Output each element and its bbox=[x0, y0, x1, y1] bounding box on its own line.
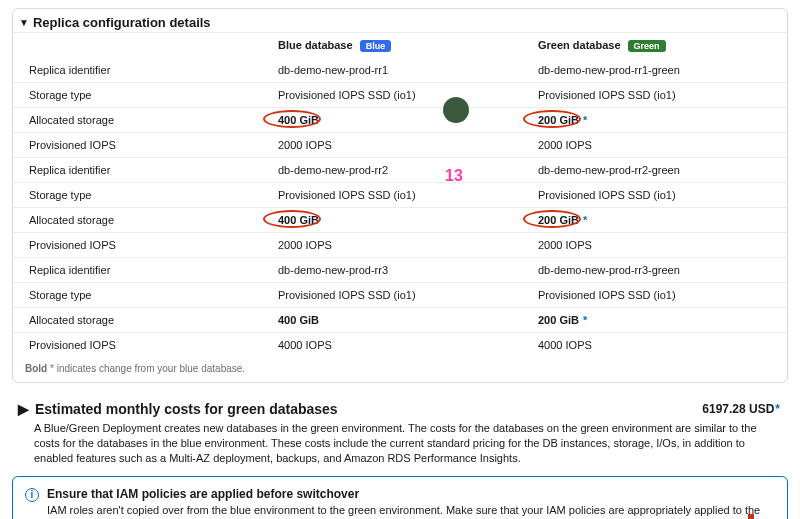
row-blue-value: Provisioned IOPS SSD (io1) bbox=[278, 189, 538, 201]
table-row: Replica identifierdb-demo-new-prod-rr3db… bbox=[13, 257, 787, 282]
table-row: Allocated storage400 GiB200 GiB * bbox=[13, 307, 787, 332]
table-row: Storage typeProvisioned IOPS SSD (io1)Pr… bbox=[13, 182, 787, 207]
row-label: Replica identifier bbox=[23, 164, 278, 176]
table-row: Provisioned IOPS2000 IOPS2000 IOPS bbox=[13, 132, 787, 157]
row-green-value: 200 GiB * bbox=[538, 214, 777, 226]
row-blue-value: 4000 IOPS bbox=[278, 339, 538, 351]
row-label: Allocated storage bbox=[23, 314, 278, 326]
blue-badge: Blue bbox=[360, 40, 392, 52]
row-label: Storage type bbox=[23, 189, 278, 201]
row-green-value: 2000 IOPS bbox=[538, 139, 777, 151]
green-db-header: Green database bbox=[538, 39, 621, 51]
row-blue-value: Provisioned IOPS SSD (io1) bbox=[278, 89, 538, 101]
info-icon: i bbox=[25, 488, 39, 502]
row-blue-value: 2000 IOPS bbox=[278, 239, 538, 251]
costs-title: Estimated monthly costs for green databa… bbox=[35, 401, 338, 417]
row-green-value: Provisioned IOPS SSD (io1) bbox=[538, 289, 777, 301]
replica-config-header[interactable]: ▼ Replica configuration details bbox=[13, 9, 787, 32]
row-label: Allocated storage bbox=[23, 114, 278, 126]
row-label: Provisioned IOPS bbox=[23, 339, 278, 351]
row-green-value: Provisioned IOPS SSD (io1) bbox=[538, 89, 777, 101]
iam-info-title: Ensure that IAM policies are applied bef… bbox=[47, 487, 775, 501]
costs-description: A Blue/Green Deployment creates new data… bbox=[12, 419, 788, 466]
row-green-value: db-demo-new-prod-rr3-green bbox=[538, 264, 777, 276]
row-label: Provisioned IOPS bbox=[23, 239, 278, 251]
row-blue-value: 2000 IOPS bbox=[278, 139, 538, 151]
row-label: Replica identifier bbox=[23, 264, 278, 276]
row-green-value: db-demo-new-prod-rr2-green bbox=[538, 164, 777, 176]
replica-table-header: Blue database Blue Green database Green bbox=[13, 32, 787, 58]
iam-info-text: IAM roles aren't copied over from the bl… bbox=[47, 503, 775, 519]
table-row: Provisioned IOPS2000 IOPS2000 IOPS bbox=[13, 232, 787, 257]
table-row: Provisioned IOPS4000 IOPS4000 IOPS bbox=[13, 332, 787, 357]
row-green-value: 4000 IOPS bbox=[538, 339, 777, 351]
table-row: Replica identifierdb-demo-new-prod-rr2db… bbox=[13, 157, 787, 182]
row-blue-value: 400 GiB bbox=[278, 214, 538, 226]
caret-right-icon: ▶ bbox=[18, 401, 29, 417]
costs-value: 6197.28 USD* bbox=[702, 402, 780, 416]
row-blue-value: 400 GiB bbox=[278, 314, 538, 326]
costs-header-toggle[interactable]: ▶ Estimated monthly costs for green data… bbox=[18, 401, 338, 417]
replica-config-title: Replica configuration details bbox=[33, 15, 211, 30]
table-row: Allocated storage400 GiB200 GiB * bbox=[13, 207, 787, 232]
table-row: Storage typeProvisioned IOPS SSD (io1)Pr… bbox=[13, 282, 787, 307]
row-label: Provisioned IOPS bbox=[23, 139, 278, 151]
row-green-value: 200 GiB * bbox=[538, 114, 777, 126]
table-row: Storage typeProvisioned IOPS SSD (io1)Pr… bbox=[13, 82, 787, 107]
caret-down-icon: ▼ bbox=[19, 17, 29, 28]
blue-db-header: Blue database bbox=[278, 39, 353, 51]
row-label: Storage type bbox=[23, 89, 278, 101]
row-blue-value: db-demo-new-prod-rr3 bbox=[278, 264, 538, 276]
costs-panel: ▶ Estimated monthly costs for green data… bbox=[12, 397, 788, 466]
iam-info-alert: i Ensure that IAM policies are applied b… bbox=[12, 476, 788, 519]
replica-table-body: Replica identifierdb-demo-new-prod-rr1db… bbox=[13, 58, 787, 357]
table-row: Allocated storage400 GiB200 GiB * bbox=[13, 107, 787, 132]
table-row: Replica identifierdb-demo-new-prod-rr1db… bbox=[13, 58, 787, 82]
row-blue-value: Provisioned IOPS SSD (io1) bbox=[278, 289, 538, 301]
row-green-value: Provisioned IOPS SSD (io1) bbox=[538, 189, 777, 201]
row-green-value: 2000 IOPS bbox=[538, 239, 777, 251]
row-blue-value: db-demo-new-prod-rr2 bbox=[278, 164, 538, 176]
replica-config-panel: ▼ Replica configuration details Blue dat… bbox=[12, 8, 788, 383]
row-green-value: 200 GiB * bbox=[538, 314, 777, 326]
row-label: Allocated storage bbox=[23, 214, 278, 226]
row-label: Storage type bbox=[23, 289, 278, 301]
row-blue-value: 400 GiB bbox=[278, 114, 538, 126]
row-label: Replica identifier bbox=[23, 64, 278, 76]
row-green-value: db-demo-new-prod-rr1-green bbox=[538, 64, 777, 76]
green-badge: Green bbox=[628, 40, 666, 52]
row-blue-value: db-demo-new-prod-rr1 bbox=[278, 64, 538, 76]
replica-hint: Bold * indicates change from your blue d… bbox=[13, 357, 787, 382]
